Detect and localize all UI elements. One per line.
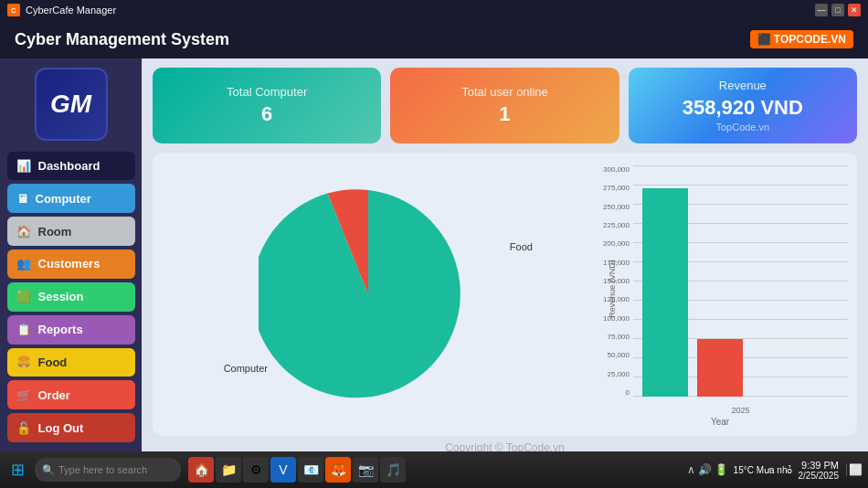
bars-wrapper [642, 165, 839, 397]
app-title: Cyber Management System [15, 30, 229, 49]
stat-card-revenue: Revenue 358,920 VND TopCode.vn [629, 68, 857, 143]
bar-plot: 2025 Revenue (VND) [633, 162, 848, 415]
y-label-12: 0 [626, 388, 630, 397]
start-button[interactable]: ⊞ [4, 456, 31, 483]
bar-food [697, 339, 743, 397]
sidebar-item-customers[interactable]: 👥 Customers [7, 249, 135, 279]
taskbar-app-7[interactable]: 📷 [353, 457, 378, 483]
taskbar-time: 9:39 PM 2/25/2025 [799, 460, 840, 481]
session-icon: 🟩 [16, 290, 31, 303]
close-button[interactable]: ✕ [848, 4, 861, 16]
title-bar-left: C CyberCafe Manager [7, 4, 116, 16]
sidebar-label-logout: Log Out [38, 421, 84, 435]
stats-row: Total Computer 6 Total user online 1 Rev… [153, 68, 857, 143]
title-bar-controls: — □ ✕ [815, 4, 861, 16]
logout-icon: 🔓 [16, 421, 31, 435]
app-icon: C [7, 4, 20, 16]
x-axis-labels: 2025 [642, 406, 839, 415]
taskbar-app-2[interactable]: 📁 [216, 457, 241, 483]
sidebar-item-dashboard[interactable]: 📊 Dashboard [7, 152, 135, 181]
taskbar-app-4[interactable]: V [270, 457, 296, 483]
food-icon: 🍔 [16, 355, 31, 369]
bar-chart-area: 300,000 275,000 250,000 225,000 200,000 … [592, 162, 848, 427]
sys-tray: ∧ 🔊 🔋 [687, 463, 728, 476]
dashboard-icon: 📊 [16, 159, 31, 173]
customers-icon: 👥 [16, 257, 31, 271]
y-label-9: 75,000 [608, 333, 630, 341]
taskbar-app-5[interactable]: 📧 [298, 457, 323, 483]
sidebar-label-reports: Reports [38, 323, 83, 336]
show-desktop[interactable]: ⬜ [846, 463, 864, 476]
sidebar-logo: GM [35, 68, 108, 141]
maximize-button[interactable]: □ [831, 4, 844, 16]
sidebar: GM 📊 Dashboard 🖥 Computer 🏠 Room 👥 Custo… [0, 58, 142, 451]
pie-label-food: Food [510, 241, 533, 252]
weather-text: 15°C Mưa nhỏ [734, 465, 793, 475]
y-label-2: 250,000 [603, 203, 630, 211]
taskbar-app-3[interactable]: ⚙ [243, 457, 269, 483]
y-label-10: 50,000 [608, 351, 630, 359]
sidebar-item-order[interactable]: 🛒 Order [7, 380, 135, 409]
sidebar-item-computer[interactable]: 🖥 Computer [7, 184, 135, 213]
room-icon: 🏠 [16, 225, 31, 239]
stat-label-revenue: Revenue [719, 79, 767, 92]
sidebar-label-session: Session [38, 290, 84, 303]
sidebar-label-room: Room [38, 225, 72, 239]
topcode-logo: ⬛ TOPCODE.VN [750, 30, 853, 48]
volume-icon: 🔋 [715, 463, 728, 476]
weather-info: 15°C Mưa nhỏ [734, 465, 793, 475]
sidebar-logo-text: GM [50, 90, 91, 119]
pie-chart-svg [259, 185, 478, 404]
taskbar-app-8[interactable]: 🎵 [380, 457, 406, 483]
content-area: Total Computer 6 Total user online 1 Rev… [142, 58, 868, 451]
main-layout: GM 📊 Dashboard 🖥 Computer 🏠 Room 👥 Custo… [0, 58, 868, 451]
stat-card-computer: Total Computer 6 [153, 68, 381, 143]
y-label-0: 300,000 [603, 165, 630, 174]
taskbar-right: ∧ 🔊 🔋 15°C Mưa nhỏ 9:39 PM 2/25/2025 ⬜ [687, 460, 864, 481]
x-label-year: 2025 [731, 406, 749, 415]
title-bar-label: CyberCafe Manager [26, 5, 116, 16]
windows-icon: ⊞ [11, 460, 25, 480]
stat-card-online: Total user online 1 [390, 68, 619, 143]
minimize-button[interactable]: — [815, 4, 828, 16]
taskbar: ⊞ 🔍 Type here to search 🏠 📁 ⚙ V 📧 🦊 📷 🎵 … [0, 451, 868, 488]
bar-chart-inner: 300,000 275,000 250,000 225,000 200,000 … [592, 162, 848, 415]
pie-label-computer: Computer [224, 363, 268, 374]
search-icon: 🔍 [42, 464, 55, 476]
y-label-1: 275,000 [603, 184, 630, 192]
sidebar-label-computer: Computer [36, 192, 91, 206]
stat-value-revenue: 358,920 VND [683, 96, 803, 120]
sidebar-item-food[interactable]: 🍔 Food [7, 348, 135, 377]
stat-label-online: Total user online [461, 85, 548, 99]
y-label-3: 225,000 [603, 221, 630, 229]
computer-icon: 🖥 [16, 192, 28, 206]
taskbar-apps: 🏠 📁 ⚙ V 📧 🦊 📷 🎵 [188, 457, 406, 483]
date-display: 2/25/2025 [799, 471, 840, 481]
chart-container: Food Computer 300,000 275,000 250,000 22… [153, 153, 857, 436]
taskbar-search[interactable]: 🔍 Type here to search [35, 458, 181, 482]
copyright: Copyright © TopCode.vn [153, 436, 857, 451]
sidebar-item-reports[interactable]: 📋 Reports [7, 315, 135, 345]
reports-icon: 📋 [16, 323, 31, 336]
x-axis-title: Year [592, 417, 848, 427]
order-icon: 🛒 [16, 388, 31, 402]
sidebar-item-room[interactable]: 🏠 Room [7, 217, 135, 246]
network-icon: 🔊 [698, 463, 712, 476]
pie-chart-area: Food Computer [162, 162, 574, 427]
search-placeholder: Type here to search [58, 464, 147, 475]
title-bar: C CyberCafe Manager — □ ✕ [0, 0, 868, 20]
sidebar-label-food: Food [38, 355, 68, 369]
tray-up-icon: ∧ [687, 463, 695, 476]
bar-computer [642, 188, 688, 397]
sidebar-label-dashboard: Dashboard [38, 159, 101, 173]
stat-value-online: 1 [499, 102, 510, 126]
app-header: Cyber Management System ⬛ TOPCODE.VN [0, 20, 868, 58]
y-label-4: 200,000 [603, 239, 630, 248]
sidebar-item-logout[interactable]: 🔓 Log Out [7, 413, 135, 442]
taskbar-app-6[interactable]: 🦊 [325, 457, 351, 483]
stat-value-computer: 6 [261, 102, 272, 126]
stat-watermark: TopCode.vn [715, 122, 769, 133]
sidebar-label-order: Order [38, 388, 70, 402]
taskbar-app-1[interactable]: 🏠 [188, 457, 214, 483]
sidebar-item-session[interactable]: 🟩 Session [7, 282, 135, 312]
